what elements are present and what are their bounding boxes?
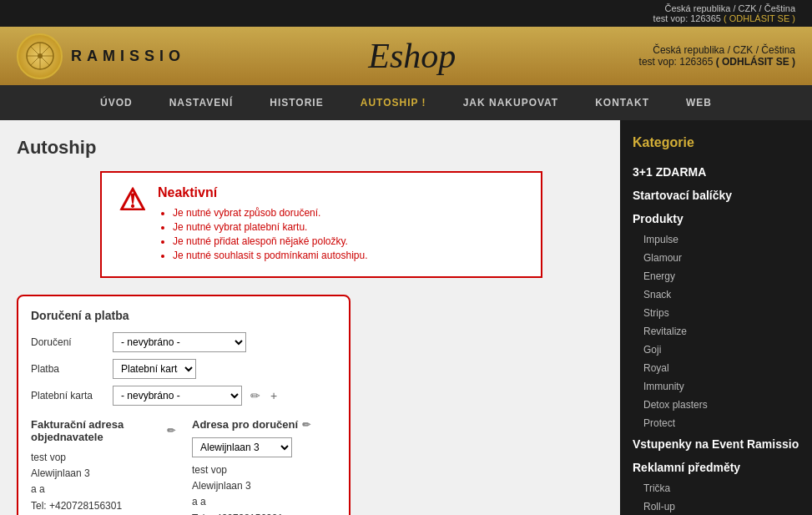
sidebar-item-tricka[interactable]: Trička bbox=[620, 479, 812, 497]
alert-icon: ⚠ bbox=[119, 185, 145, 215]
page-title: Autoship bbox=[17, 137, 603, 159]
delivery-edit-icon[interactable]: ✏ bbox=[302, 419, 310, 431]
logo-icon bbox=[17, 33, 63, 79]
sidebar-item-rollup[interactable]: Roll-up bbox=[620, 497, 812, 515]
delivery-row: Doručení - nevybráno - bbox=[31, 332, 336, 352]
delivery-name: test vop bbox=[192, 462, 336, 478]
alert-item-2: Je nutné vybrat platební kartu. bbox=[173, 221, 367, 233]
logout-btn[interactable]: ( ODHLÁSIT SE ) bbox=[716, 56, 795, 68]
logo-area: RAMISSIO bbox=[17, 33, 185, 79]
sidebar-item-reklamni[interactable]: Reklamní předměty bbox=[620, 456, 812, 479]
alert-item-4: Je nutné souhlasit s podmínkami autoship… bbox=[173, 250, 367, 261]
alert-box: ⚠ Neaktivní Je nutné vybrat způsob doruč… bbox=[100, 171, 542, 278]
delivery-phone: Tel: +420728156301 bbox=[192, 511, 336, 515]
delivery-address-block: Adresa pro doručení ✏ Alewijnlaan 3 test… bbox=[192, 418, 336, 515]
card-select[interactable]: - nevybráno - bbox=[113, 386, 242, 406]
sidebar-item-energy[interactable]: Energy bbox=[620, 267, 812, 285]
sidebar-item-3plus1[interactable]: 3+1 ZDARMA bbox=[620, 160, 812, 184]
card-row: Platební karta - nevybráno - ✏ + bbox=[31, 386, 336, 406]
edit-card-icon[interactable]: ✏ bbox=[249, 389, 262, 402]
nav-web[interactable]: WEB bbox=[668, 85, 730, 120]
billing-name: test vop bbox=[31, 450, 175, 466]
alert-title: Neaktivní bbox=[158, 185, 367, 200]
nav-jak-nakupovat[interactable]: JAK NAKUPOVAT bbox=[445, 85, 577, 120]
delivery-select[interactable]: - nevybráno - bbox=[113, 332, 246, 352]
payment-row: Platba Platební karta bbox=[31, 359, 336, 379]
sidebar-item-produkty[interactable]: Produkty bbox=[620, 207, 812, 230]
alert-content: Neaktivní Je nutné vybrat způsob doručen… bbox=[158, 185, 367, 264]
brand-name: RAMISSIO bbox=[71, 48, 185, 65]
sidebar-item-snack[interactable]: Snack bbox=[620, 285, 812, 304]
sidebar-item-immunity[interactable]: Immunity bbox=[620, 377, 812, 396]
region-display: Česká republika / CZK / Čeština bbox=[639, 44, 795, 56]
sidebar-item-goji[interactable]: Goji bbox=[620, 341, 812, 359]
alert-list: Je nutné vybrat způsob doručení. Je nutn… bbox=[158, 207, 367, 261]
sidebar-item-strips[interactable]: Strips bbox=[620, 304, 812, 322]
delivery-label: Doručení bbox=[31, 336, 106, 348]
billing-edit-icon[interactable]: ✏ bbox=[167, 425, 175, 437]
delivery-address-select[interactable]: Alewijnlaan 3 bbox=[192, 437, 292, 457]
nav-uvod[interactable]: ÚVOD bbox=[82, 85, 151, 120]
sidebar-item-impulse[interactable]: Impulse bbox=[620, 230, 812, 249]
sidebar: Kategorie 3+1 ZDARMA Startovací balíčky … bbox=[620, 120, 812, 515]
billing-city: a a bbox=[31, 482, 175, 497]
main-nav: ÚVOD NASTAVENÍ HISTORIE AUTOSHIP ! JAK N… bbox=[0, 85, 812, 120]
region-label: Česká republika / CZK / Čeština bbox=[664, 3, 795, 13]
billing-street: Alewijnlaan 3 bbox=[31, 466, 175, 482]
sidebar-item-startovaci[interactable]: Startovací balíčky bbox=[620, 184, 812, 207]
add-card-icon[interactable]: + bbox=[269, 389, 279, 402]
sidebar-item-protect[interactable]: Protect bbox=[620, 414, 812, 432]
logo-svg bbox=[23, 39, 57, 73]
nav-historie[interactable]: HISTORIE bbox=[251, 85, 341, 120]
nav-kontakt[interactable]: KONTAKT bbox=[577, 85, 668, 120]
top-bar: Česká republika / CZK / Čeština test vop… bbox=[0, 0, 812, 27]
top-right: Česká republika / CZK / Čeština test vop… bbox=[639, 44, 795, 68]
sidebar-item-vstupenky[interactable]: Vstupenky na Event Ramissio bbox=[620, 432, 812, 456]
eshop-title: Eshop bbox=[368, 36, 456, 76]
payment-select[interactable]: Platební karta bbox=[113, 359, 196, 379]
sidebar-item-detox[interactable]: Detox plasters bbox=[620, 396, 812, 414]
logout-link[interactable]: ( ODHLÁSIT SE ) bbox=[724, 13, 795, 23]
header: RAMISSIO Eshop Česká republika / CZK / Č… bbox=[0, 27, 812, 85]
card-label: Platební karta bbox=[31, 390, 106, 401]
billing-address-block: Fakturační adresa objednavatele ✏ test v… bbox=[31, 418, 175, 515]
alert-item-1: Je nutné vybrat způsob doručení. bbox=[173, 207, 367, 219]
payment-label: Platba bbox=[31, 363, 106, 375]
main-layout: Autoship ⚠ Neaktivní Je nutné vybrat způ… bbox=[0, 120, 812, 515]
content-area: Autoship ⚠ Neaktivní Je nutné vybrat způ… bbox=[0, 120, 620, 515]
user-label: test vop: 126365 bbox=[653, 13, 721, 23]
billing-phone: Tel: +420728156301 bbox=[31, 498, 175, 514]
nav-autoship[interactable]: AUTOSHIP ! bbox=[342, 85, 445, 120]
nav-nastaveni[interactable]: NASTAVENÍ bbox=[151, 85, 252, 120]
sidebar-item-glamour[interactable]: Glamour bbox=[620, 249, 812, 267]
delivery-street: Alewijnlaan 3 bbox=[192, 478, 336, 494]
delivery-payment-form: Doručení a platba Doručení - nevybráno -… bbox=[17, 295, 351, 515]
delivery-address-title: Adresa pro doručení ✏ bbox=[192, 418, 336, 431]
delivery-city: a a bbox=[192, 494, 336, 510]
address-section: Fakturační adresa objednavatele ✏ test v… bbox=[31, 418, 336, 515]
user-display: test vop: 126365 bbox=[639, 56, 714, 68]
alert-item-3: Je nutné přidat alespoň nějaké položky. bbox=[173, 235, 367, 247]
form-title: Doručení a platba bbox=[31, 309, 336, 322]
sidebar-title: Kategorie bbox=[620, 129, 812, 160]
sidebar-item-revitalize[interactable]: Revitalize bbox=[620, 322, 812, 341]
billing-address-title: Fakturační adresa objednavatele ✏ bbox=[31, 418, 175, 443]
sidebar-item-royal[interactable]: Royal bbox=[620, 359, 812, 377]
